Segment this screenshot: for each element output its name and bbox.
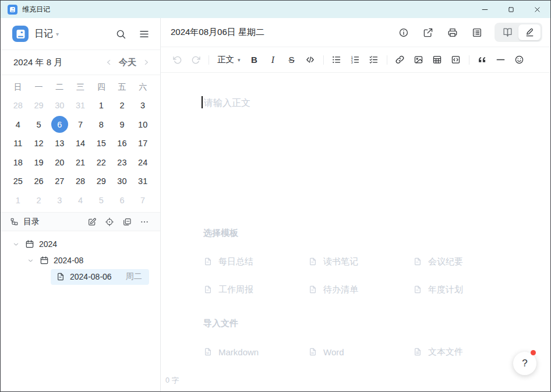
template-item[interactable]: 待办清单 — [308, 282, 413, 296]
calendar-day[interactable]: 15 — [91, 134, 112, 153]
calendar-day[interactable]: 5 — [29, 115, 50, 135]
bullet-list-button[interactable] — [329, 52, 345, 68]
minimize-button[interactable] — [472, 1, 498, 18]
calendar-day[interactable]: 2 — [112, 96, 133, 115]
quote-button[interactable] — [474, 52, 490, 68]
undo-button[interactable] — [169, 52, 185, 68]
edit-mode-button[interactable] — [518, 24, 541, 40]
template-item[interactable]: 年度计划 — [413, 282, 518, 296]
calendar-day[interactable]: 13 — [49, 134, 70, 153]
calendar-day[interactable]: 27 — [49, 172, 70, 191]
calendar-day[interactable]: 22 — [91, 153, 112, 172]
calendar-day[interactable]: 31 — [70, 96, 91, 115]
calendar-day[interactable]: 7 — [70, 115, 91, 135]
calendar-day[interactable]: 30 — [49, 96, 70, 115]
calendar-day[interactable]: 6 — [112, 191, 133, 210]
import-item[interactable]: WWord — [308, 345, 413, 359]
new-note-button[interactable] — [86, 216, 98, 228]
calendar-day[interactable]: 20 — [49, 153, 70, 172]
italic-button[interactable]: I — [265, 52, 281, 68]
calendar-day[interactable]: 29 — [91, 172, 112, 191]
calendar-day[interactable]: 1 — [91, 96, 112, 115]
maximize-button[interactable] — [498, 1, 524, 18]
calendar-day[interactable]: 11 — [8, 134, 29, 153]
chevron-down-icon[interactable] — [27, 257, 34, 264]
weekday-label: 五 — [112, 79, 133, 96]
template-item[interactable]: 会议纪要 — [413, 255, 518, 269]
calendar-day[interactable]: 26 — [29, 172, 50, 191]
notebook-caret-icon[interactable]: ▾ — [56, 31, 59, 37]
calendar-day[interactable]: 12 — [29, 134, 50, 153]
tree-item[interactable]: 2024 — [12, 236, 160, 252]
editor-area[interactable]: 请输入正文 选择模板 每日总结读书笔记会议纪要工作周报待办清单年度计划 导入文件… — [161, 73, 550, 391]
calendar-day[interactable]: 17 — [132, 134, 153, 153]
calendar-day[interactable]: 18 — [8, 153, 29, 172]
image-button[interactable] — [411, 52, 427, 68]
redo-button[interactable] — [188, 52, 204, 68]
inline-code-button[interactable] — [302, 52, 319, 68]
today-button[interactable]: 今天 — [119, 57, 136, 68]
calendar-day[interactable]: 21 — [70, 153, 91, 172]
more-button[interactable] — [138, 216, 151, 228]
calendar-day[interactable]: 24 — [132, 153, 153, 172]
ordered-list-button[interactable]: 123 — [347, 52, 363, 68]
prev-month-icon[interactable] — [104, 58, 114, 67]
calendar-day[interactable]: 31 — [132, 172, 153, 191]
template-item[interactable]: 工作周报 — [203, 282, 308, 296]
paragraph-style-dropdown[interactable]: 正文▾ — [214, 52, 244, 68]
calendar-day[interactable]: 16 — [112, 134, 133, 153]
template-item[interactable]: 每日总结 — [203, 255, 308, 269]
help-button[interactable]: ? — [513, 352, 536, 375]
calendar-day[interactable]: 25 — [8, 172, 29, 191]
calendar-day[interactable]: 5 — [91, 191, 112, 210]
info-button[interactable] — [394, 23, 413, 42]
calendar-day[interactable]: 4 — [70, 191, 91, 210]
calendar-day[interactable]: 3 — [49, 191, 70, 210]
table-button[interactable] — [429, 52, 446, 68]
read-mode-button[interactable] — [496, 24, 518, 40]
calendar-day[interactable]: 2 — [29, 191, 50, 210]
calendar-day[interactable]: 14 — [70, 134, 91, 153]
outline-button[interactable] — [468, 23, 486, 42]
close-button[interactable] — [524, 1, 550, 18]
share-button[interactable] — [419, 23, 437, 42]
link-button[interactable] — [392, 52, 408, 68]
tree-item[interactable]: 2024-08 — [27, 252, 160, 269]
emoji-button[interactable] — [511, 52, 528, 68]
import-item[interactable]: MMarkdown — [203, 345, 308, 359]
calendar-day[interactable]: 28 — [70, 172, 91, 191]
locate-button[interactable] — [103, 216, 116, 228]
calendar-day[interactable]: 29 — [29, 96, 50, 115]
calendar-day-number: 9 — [114, 116, 130, 133]
bold-button[interactable]: B — [246, 52, 263, 68]
calendar-day[interactable]: 3 — [132, 96, 153, 115]
calendar-day[interactable]: 30 — [112, 172, 133, 191]
notebook-switcher[interactable]: 日记 — [34, 28, 53, 40]
next-month-icon[interactable] — [142, 58, 151, 67]
calendar-day[interactable]: 4 — [8, 115, 29, 135]
check-list-button[interactable] — [366, 52, 382, 68]
collapse-all-button[interactable] — [121, 216, 133, 228]
code-block-button[interactable] — [448, 52, 464, 68]
strikethrough-button[interactable]: S — [284, 52, 300, 68]
calendar-day[interactable]: 28 — [8, 96, 29, 115]
search-button[interactable] — [114, 27, 128, 41]
tree-item-label: 2024 — [39, 239, 57, 249]
import-item[interactable]: 文本文件 — [413, 345, 518, 359]
horizontal-rule-button[interactable] — [493, 52, 509, 68]
templates-section-title: 选择模板 — [203, 228, 238, 239]
calendar-day[interactable]: 23 — [112, 153, 133, 172]
menu-button[interactable] — [137, 27, 151, 41]
calendar-day[interactable]: 6 — [49, 115, 70, 135]
tree-item[interactable]: 2024-08-06周二 — [51, 269, 160, 285]
calendar-day[interactable]: 10 — [132, 115, 153, 135]
pick-item-label: 年度计划 — [428, 284, 463, 295]
calendar-day[interactable]: 9 — [112, 115, 133, 135]
calendar-day[interactable]: 19 — [29, 153, 50, 172]
template-item[interactable]: 读书笔记 — [308, 255, 413, 269]
calendar-day[interactable]: 1 — [8, 191, 29, 210]
calendar-day[interactable]: 8 — [91, 115, 112, 135]
print-button[interactable] — [443, 23, 462, 42]
chevron-down-icon[interactable] — [12, 241, 20, 248]
calendar-day[interactable]: 7 — [132, 191, 153, 210]
